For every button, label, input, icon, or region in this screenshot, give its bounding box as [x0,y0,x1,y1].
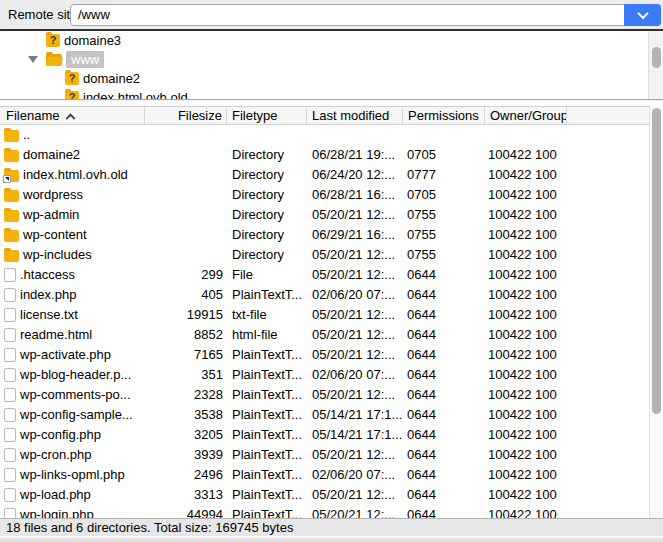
file-list-header: Filename Filesize Filetype Last modified… [0,106,663,125]
cell-size [145,185,227,205]
table-row[interactable]: license.txt19915txt-file05/20/21 12:...0… [0,305,663,325]
status-bar: 18 files and 6 directories. Total size: … [0,518,663,536]
column-header-last-modified[interactable]: Last modified [307,107,403,124]
cell-type [227,125,307,145]
table-row[interactable]: wp-comments-po...2328PlainTextT...05/20/… [0,385,663,405]
cell-modified: 06/24/20 12:... [307,165,403,185]
remote-path-combobox[interactable]: /www [70,4,661,26]
remote-file-list: Filename Filesize Filetype Last modified… [0,106,663,518]
table-row[interactable]: wp-adminDirectory05/20/21 12:...07551004… [0,205,663,225]
cell-filename: domaine2 [0,145,145,165]
cell-size [145,145,227,165]
filename-text: wp-activate.php [20,345,111,365]
unknown-folder-icon: ? [65,91,79,99]
cell-modified: 05/20/21 12:... [307,265,403,285]
filename-text: domaine2 [23,145,80,165]
column-header-owner-group[interactable]: Owner/Group [485,107,567,124]
filename-text: license.txt [20,305,78,325]
tree-item-index.html.ovh.old[interactable]: ?index.html.ovh.old [0,88,663,99]
cell-owner: 100422 100 [485,505,567,518]
table-row[interactable]: index.html.ovh.oldDirectory06/24/20 12:.… [0,165,663,185]
filename-text: wordpress [23,185,83,205]
table-row[interactable]: index.php405PlainTextT...02/06/20 07:...… [0,285,663,305]
table-row[interactable]: .htaccess299File05/20/21 12:...064410042… [0,265,663,285]
panel-splitter[interactable] [0,99,663,106]
tree-scrollbar[interactable] [648,31,663,99]
cell-type: txt-file [227,305,307,325]
table-row[interactable]: domaine2Directory06/28/21 19:...07051004… [0,145,663,165]
cell-modified: 05/20/21 12:... [307,385,403,405]
filename-text: wp-admin [23,205,79,225]
column-header-filetype[interactable]: Filetype [227,107,307,124]
table-row[interactable]: wp-load.php3313PlainTextT...05/20/21 12:… [0,485,663,505]
table-row[interactable]: wp-config-sample...3538PlainTextT...05/1… [0,405,663,425]
unknown-folder-icon: ? [65,72,79,85]
cell-filename: wp-content [0,225,145,245]
cell-permissions: 0755 [403,225,485,245]
file-list-scrollbar[interactable] [649,106,663,518]
cell-filename: .htaccess [0,265,145,285]
column-header-filename[interactable]: Filename [0,107,145,124]
cell-modified: 06/28/21 19:... [307,145,403,165]
cell-owner: 100422 100 [485,405,567,425]
table-row[interactable]: wp-includesDirectory05/20/21 12:...07551… [0,245,663,265]
table-row[interactable]: readme.html8852html-file05/20/21 12:...0… [0,325,663,345]
symlink-folder-icon [4,170,19,182]
cell-size [145,245,227,265]
table-row[interactable]: wp-contentDirectory06/29/21 16:...075510… [0,225,663,245]
table-row[interactable]: wordpressDirectory06/28/21 16:...0705100… [0,185,663,205]
cell-size: 299 [145,265,227,285]
cell-modified: 06/29/21 16:... [307,225,403,245]
tree-item-domaine3[interactable]: ?domaine3 [0,31,663,50]
cell-filename: index.php [0,285,145,305]
cell-owner: 100422 100 [485,365,567,385]
cell-permissions: 0644 [403,265,485,285]
file-list-scrollbar-thumb[interactable] [652,108,661,414]
cell-type: Directory [227,145,307,165]
cell-owner: 100422 100 [485,305,567,325]
cell-owner: 100422 100 [485,165,567,185]
ftp-remote-panel: Remote site: /www ?domaine3www?domaine2?… [0,0,663,542]
column-header-filesize[interactable]: Filesize [145,107,227,124]
expander-triangle-icon[interactable] [28,56,38,63]
file-icon [4,328,16,342]
cell-size [145,125,227,145]
cell-permissions: 0644 [403,465,485,485]
table-row[interactable]: wp-blog-header.p...351PlainTextT...02/06… [0,365,663,385]
filename-text: readme.html [20,325,92,345]
cell-type: Directory [227,185,307,205]
table-row[interactable]: wp-activate.php7165PlainTextT...05/20/21… [0,345,663,365]
remote-path-value: /www [78,5,110,25]
cell-size: 3538 [145,405,227,425]
cell-modified: 05/20/21 12:... [307,505,403,518]
combobox-dropdown-button[interactable] [624,4,661,26]
symlink-arrow-badge [3,175,11,183]
table-row[interactable]: wp-config.php3205PlainTextT...05/14/21 1… [0,425,663,445]
cell-modified: 05/14/21 17:1... [307,425,403,445]
cell-owner: 100422 100 [485,425,567,445]
tree-scrollbar-thumb[interactable] [652,47,661,68]
cell-filename: wp-login.php [0,505,145,518]
cell-filename: wp-config-sample... [0,405,145,425]
table-row[interactable]: wp-links-opml.php2496PlainTextT...02/06/… [0,465,663,485]
cell-size: 3939 [145,445,227,465]
cell-modified: 06/28/21 16:... [307,185,403,205]
cell-owner: 100422 100 [485,285,567,305]
folder-icon [4,190,19,202]
table-row[interactable]: wp-cron.php3939PlainTextT...05/20/21 12:… [0,445,663,465]
cell-owner: 100422 100 [485,225,567,245]
tree-item-www[interactable]: www [0,50,663,69]
table-row[interactable]: .. [0,125,663,145]
filename-text: wp-load.php [20,485,91,505]
cell-filename: license.txt [0,305,145,325]
cell-size: 8852 [145,325,227,345]
file-icon [4,448,16,462]
table-row[interactable]: wp-login.php44994PlainTextT...05/20/21 1… [0,505,663,518]
tree-item-domaine2[interactable]: ?domaine2 [0,69,663,88]
folder-icon [4,130,19,142]
cell-modified: 02/06/20 07:... [307,365,403,385]
cell-size: 351 [145,365,227,385]
cell-owner: 100422 100 [485,205,567,225]
column-header-permissions[interactable]: Permissions [403,107,485,124]
unknown-folder-icon: ? [46,34,60,47]
